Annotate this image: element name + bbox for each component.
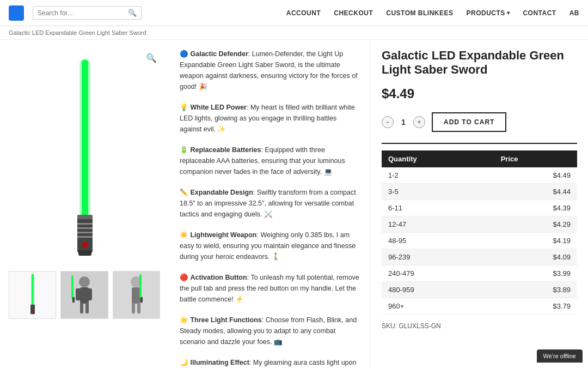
svg-rect-11: [30, 305, 35, 315]
desc-section-8: 🌙 Illuminating Effect: My gleaming aura …: [180, 357, 359, 368]
svg-rect-8: [78, 250, 91, 256]
svg-rect-25: [139, 274, 142, 298]
nav-ab[interactable]: AB: [569, 9, 579, 17]
thumbnail-3[interactable]: [113, 271, 160, 319]
desc-3-emoji: 🔋: [180, 146, 188, 154]
price-table-row: 1-2$4.49: [382, 167, 577, 184]
desc-7-emoji: 🌟: [180, 316, 188, 324]
thumb-person-svg-2: [113, 271, 160, 319]
svg-point-9: [82, 242, 88, 248]
svg-rect-24: [132, 287, 140, 304]
svg-rect-16: [76, 288, 81, 300]
product-price: $4.49: [382, 86, 577, 101]
quantity-value: 1: [398, 118, 409, 126]
svg-rect-7: [77, 236, 93, 238]
price-table-row: 12-47$4.29: [382, 216, 577, 232]
search-icon: 🔍: [128, 9, 137, 17]
main-nav: ACCOUNT CHECKOUT CUSTOM BLINKEES PRODUCT…: [286, 9, 579, 17]
main-content: 🔍: [0, 40, 588, 368]
price-row-qty: 12-47: [382, 216, 494, 232]
nav-contact[interactable]: CONTACT: [523, 9, 556, 17]
svg-rect-5: [77, 227, 93, 229]
add-to-cart-button[interactable]: ADD TO CART: [432, 112, 506, 132]
desc-3-title: Replaceable Batteries: [190, 146, 261, 154]
quantity-decrease-button[interactable]: −: [382, 116, 394, 128]
price-table-row: 48-95$4.19: [382, 232, 577, 249]
price-row-qty: 240-479: [382, 265, 494, 281]
desc-5-emoji: ☀️: [180, 231, 188, 239]
sku-label: SKU: GLUXLSS-GN: [382, 322, 441, 330]
price-row-qty: 6-11: [382, 200, 494, 216]
price-row-price: $3.79: [494, 298, 577, 314]
desc-section-5: ☀️ Lightweight Weapon: Weighing only 0.3…: [180, 230, 359, 262]
price-row-qty: 48-95: [382, 232, 494, 249]
svg-rect-20: [80, 303, 83, 313]
desc-1-emoji: 🔵: [180, 50, 188, 58]
svg-rect-4: [77, 223, 93, 225]
svg-rect-18: [72, 297, 75, 303]
search-input[interactable]: [38, 9, 125, 17]
product-title: Galactic LED Expandable Green Light Sabe…: [382, 49, 577, 77]
product-purchase-column: Galactic LED Expandable Green Light Sabe…: [370, 40, 588, 368]
svg-rect-27: [132, 303, 135, 313]
svg-point-14: [79, 276, 90, 287]
price-row-price: $4.19: [494, 232, 577, 249]
sku-row: SKU: GLUXLSS-GN: [382, 322, 577, 330]
price-row-qty: 960+: [382, 298, 494, 314]
price-row-price: $4.29: [494, 216, 577, 232]
thumb-person-2: [113, 271, 160, 319]
desc-4-emoji: ✏️: [180, 189, 188, 196]
product-images-column: 🔍: [0, 40, 169, 368]
desc-8-title: Illuminating Effect: [190, 359, 249, 366]
price-row-price: $4.39: [494, 200, 577, 216]
thumbnail-row: [9, 271, 160, 319]
desc-8-emoji: 🌙: [180, 359, 188, 366]
svg-rect-1: [79, 59, 90, 218]
desc-2-title: White LED Power: [190, 104, 246, 111]
desc-4-title: Expandable Design: [190, 189, 253, 196]
breadcrumb: Galactic LED Expandable Green Light Sabe…: [0, 26, 588, 40]
desc-section-6: 🔴 Activation Button: To unleash my full …: [180, 272, 359, 305]
svg-rect-26: [140, 297, 143, 303]
svg-rect-21: [85, 303, 89, 313]
price-table-price-header: Price: [494, 150, 577, 167]
nav-custom-blinkees[interactable]: CUSTOM BLINKEES: [386, 9, 453, 17]
desc-6-emoji: 🔴: [180, 274, 188, 281]
product-description-column: 🔵 Galactic Defender: Lumen-Defender, the…: [169, 40, 370, 368]
desc-section-3: 🔋 Replaceable Batteries: Equipped with t…: [180, 144, 359, 177]
thumbnail-2[interactable]: [60, 271, 108, 319]
svg-rect-19: [87, 288, 92, 300]
price-table-row: 480-959$3.89: [382, 281, 577, 298]
price-table-row: 3-5$4.44: [382, 183, 577, 200]
svg-rect-17: [71, 275, 74, 299]
thumb-person-1: [60, 271, 108, 319]
price-row-qty: 3-5: [382, 183, 494, 200]
thumb-saber-svg: [16, 273, 49, 317]
desc-2-emoji: 💡: [180, 104, 188, 111]
price-table-row: 960+$3.79: [382, 298, 577, 314]
desc-section-2: 💡 White LED Power: My heart is filled wi…: [180, 102, 359, 135]
quantity-control: − 1 +: [382, 116, 425, 128]
svg-rect-28: [137, 303, 140, 313]
desc-5-title: Lightweight Weapon: [190, 231, 256, 239]
svg-rect-6: [77, 232, 93, 233]
saber-svg: [14, 54, 156, 261]
search-bar[interactable]: 🔍: [33, 6, 142, 20]
price-table-row: 6-11$4.39: [382, 200, 577, 216]
desc-section-7: 🌟 Three Light Functions: Choose from Fla…: [180, 315, 359, 347]
price-row-qty: 96-239: [382, 249, 494, 265]
quantity-increase-button[interactable]: +: [413, 116, 425, 128]
zoom-icon[interactable]: 🔍: [146, 53, 157, 63]
chevron-down-icon: ▾: [507, 10, 510, 16]
price-row-price: $4.49: [494, 167, 577, 184]
main-product-image: 🔍: [9, 49, 161, 267]
add-to-cart-row: − 1 + ADD TO CART: [382, 112, 577, 132]
price-row-price: $3.99: [494, 265, 577, 281]
price-table-qty-header: Quantity: [382, 150, 494, 167]
thumbnail-1[interactable]: [9, 271, 56, 319]
desc-7-title: Three Light Functions: [190, 316, 261, 324]
nav-products[interactable]: PRODUCTS ▾: [467, 9, 510, 17]
nav-checkout[interactable]: CHECKOUT: [334, 9, 373, 17]
site-logo[interactable]: [9, 5, 24, 21]
nav-account[interactable]: ACCOUNT: [286, 9, 321, 17]
